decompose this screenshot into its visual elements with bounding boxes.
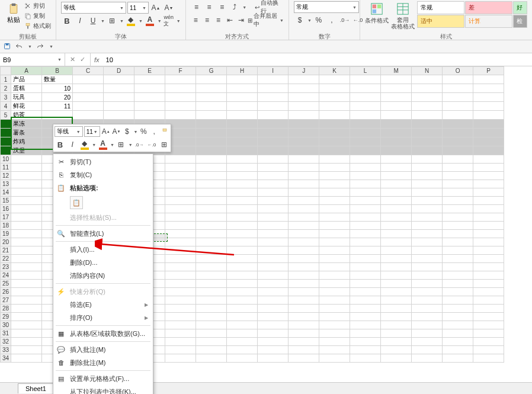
cell-P7[interactable]	[473, 129, 504, 137]
mini-font-combo[interactable]: 等线▼	[55, 126, 83, 137]
cell-M31[interactable]	[381, 329, 412, 338]
cell-M25[interactable]	[381, 280, 412, 288]
cell-E5[interactable]	[134, 111, 165, 120]
cell-M5[interactable]	[381, 111, 412, 120]
cell-L15[interactable]	[350, 197, 381, 205]
cell-P2[interactable]	[473, 84, 504, 93]
ctx-format-cells[interactable]: ▤设置单元格格式(F)...	[53, 372, 153, 385]
cell-F15[interactable]	[165, 197, 196, 205]
col-header-N[interactable]: N	[412, 67, 443, 75]
row-header-26[interactable]: 26	[1, 288, 11, 296]
row-header-19[interactable]: 19	[1, 230, 11, 238]
cell-H33[interactable]	[227, 346, 258, 354]
cell-F1[interactable]	[165, 75, 196, 84]
align-middle-button[interactable]: ≡	[203, 1, 215, 13]
cell-G17[interactable]	[196, 213, 227, 222]
cell-F22[interactable]	[165, 255, 196, 263]
cell-G14[interactable]	[196, 188, 227, 197]
cell-J15[interactable]	[289, 197, 319, 205]
cell-I32[interactable]	[258, 338, 289, 346]
cell-D1[interactable]	[104, 75, 134, 84]
cell-G29[interactable]	[196, 313, 227, 321]
cell-F26[interactable]	[165, 288, 196, 296]
mini-fill-color[interactable]: ◆	[79, 139, 91, 150]
cell-O10[interactable]	[443, 155, 473, 164]
cell-O26[interactable]	[443, 288, 473, 296]
cell-J28[interactable]	[289, 305, 319, 313]
cell-G5[interactable]	[196, 111, 227, 120]
cell-J1[interactable]	[289, 75, 319, 84]
cell-N28[interactable]	[412, 305, 443, 313]
cell-L8[interactable]	[350, 137, 381, 146]
cell-F4[interactable]	[165, 102, 196, 111]
cell-N22[interactable]	[412, 255, 443, 263]
cell-O9[interactable]	[443, 146, 473, 155]
cell-P19[interactable]	[473, 230, 504, 238]
cell-G31[interactable]	[196, 329, 227, 338]
cell-H21[interactable]	[227, 246, 258, 255]
cell-H14[interactable]	[227, 188, 258, 197]
indent-inc-button[interactable]: ⇥	[236, 14, 246, 26]
cell-H13[interactable]	[227, 180, 258, 188]
cell-O28[interactable]	[443, 305, 473, 313]
wrap-text-button[interactable]: ↩ 自动换行	[255, 1, 284, 13]
cell-M12[interactable]	[381, 172, 412, 180]
cell-M20[interactable]	[381, 238, 412, 246]
row-header-8[interactable]: 8	[1, 137, 11, 146]
cell-A6[interactable]: 果冻	[11, 120, 42, 129]
row-header-22[interactable]: 22	[1, 255, 11, 263]
cell-G7[interactable]	[196, 129, 227, 137]
cell-P18[interactable]	[473, 222, 504, 230]
cell-J16[interactable]	[289, 205, 319, 213]
cell-H19[interactable]	[227, 230, 258, 238]
cell-J12[interactable]	[289, 172, 319, 180]
cell-L9[interactable]	[350, 146, 381, 155]
number-format-combo[interactable]: 常规▼	[294, 1, 359, 13]
font-size-combo[interactable]: 11▼	[127, 2, 149, 14]
cell-J24[interactable]	[289, 271, 319, 280]
fill-color-button[interactable]: ◆	[125, 15, 137, 27]
cell-M24[interactable]	[381, 271, 412, 280]
col-header-M[interactable]: M	[381, 67, 412, 75]
ctx-delete[interactable]: 删除(D)...	[53, 256, 153, 269]
row-header-27[interactable]: 27	[1, 296, 11, 305]
indent-dec-button[interactable]: ⇤	[225, 14, 235, 26]
cell-I28[interactable]	[258, 305, 289, 313]
cell-P24[interactable]	[473, 271, 504, 280]
row-header-18[interactable]: 18	[1, 222, 11, 230]
cell-J14[interactable]	[289, 188, 319, 197]
cell-O22[interactable]	[443, 255, 473, 263]
ctx-from-table[interactable]: ▦从表格/区域获取数据(G)...	[53, 327, 153, 340]
cell-L1[interactable]	[350, 75, 381, 84]
cell-O6[interactable]	[443, 120, 473, 129]
cell-O29[interactable]	[443, 313, 473, 321]
cell-J3[interactable]	[289, 93, 319, 102]
cell-L28[interactable]	[350, 305, 381, 313]
cell-A22[interactable]	[11, 255, 42, 263]
cell-G34[interactable]	[196, 354, 227, 363]
cell-I24[interactable]	[258, 271, 289, 280]
mini-dec-decimal[interactable]: ←.0	[146, 139, 157, 150]
cell-N2[interactable]	[412, 84, 443, 93]
cell-G27[interactable]	[196, 296, 227, 305]
cell-A21[interactable]	[11, 246, 42, 255]
cell-N6[interactable]	[412, 120, 443, 129]
cell-G16[interactable]	[196, 205, 227, 213]
row-header-14[interactable]: 14	[1, 188, 11, 197]
ctx-sort[interactable]: 排序(O)▶	[53, 311, 153, 324]
cell-F12[interactable]	[165, 172, 196, 180]
cell-K10[interactable]	[319, 155, 350, 164]
cell-K2[interactable]	[319, 84, 350, 93]
cell-M16[interactable]	[381, 205, 412, 213]
cell-D5[interactable]	[104, 111, 134, 120]
cell-H7[interactable]	[227, 129, 258, 137]
cell-G3[interactable]	[196, 93, 227, 102]
cell-G9[interactable]	[196, 146, 227, 155]
cell-F14[interactable]	[165, 188, 196, 197]
cell-J7[interactable]	[289, 129, 319, 137]
cell-P4[interactable]	[473, 102, 504, 111]
cell-P32[interactable]	[473, 338, 504, 346]
cell-P9[interactable]	[473, 146, 504, 155]
cell-P1[interactable]	[473, 75, 504, 84]
formula-input[interactable]: 10	[103, 56, 532, 63]
